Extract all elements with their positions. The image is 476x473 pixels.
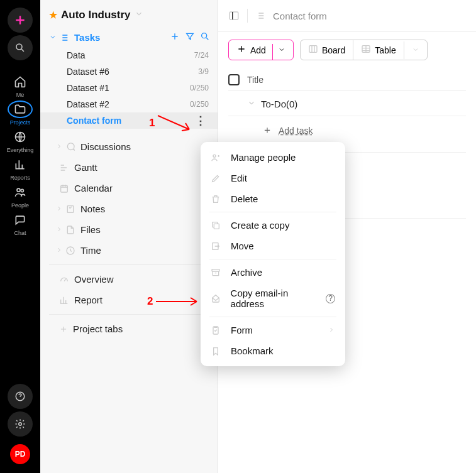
globe-icon (8, 128, 33, 146)
search-icon (8, 35, 33, 60)
chevron-down-icon[interactable] (278, 45, 285, 55)
add-list-icon[interactable] (170, 31, 180, 43)
chevron-down-icon (135, 9, 143, 21)
nav-reports[interactable]: Reports (8, 156, 33, 181)
breadcrumb[interactable]: Contact form (273, 11, 327, 21)
view-table-button[interactable]: Table (353, 40, 403, 60)
chevron-right-icon (54, 204, 64, 214)
svg-point-0 (16, 44, 22, 50)
list-item[interactable]: Dataset #20/250 (40, 96, 218, 112)
list-item[interactable]: Dataset #63/9 (40, 63, 218, 80)
svg-rect-14 (214, 224, 219, 229)
chevron-down-icon (412, 45, 419, 55)
calendar-icon (59, 183, 69, 193)
nav-calendar[interactable]: Calendar (40, 178, 218, 198)
column-title[interactable]: Title (247, 75, 263, 85)
nav-projects[interactable]: Projects (8, 101, 33, 126)
gantt-icon (59, 163, 69, 173)
chat-icon (8, 211, 33, 229)
search-button[interactable] (8, 35, 33, 60)
nav-overview[interactable]: Overview (40, 269, 218, 290)
menu-copy-email[interactable]: Copy email-in address ? (201, 283, 345, 314)
project-title[interactable]: ★ Auto Industry (40, 0, 218, 26)
home-icon (8, 73, 33, 90)
nav-gantt[interactable]: Gantt (40, 157, 218, 178)
files-icon (65, 225, 75, 235)
nav-discussions[interactable]: Discussions (40, 136, 218, 157)
view-more-button[interactable] (404, 41, 427, 59)
nav-files[interactable]: Files (40, 219, 218, 240)
clock-icon (65, 246, 75, 256)
svg-point-13 (213, 155, 216, 157)
chevron-right-icon (54, 224, 64, 235)
move-icon (211, 241, 222, 251)
avatar[interactable]: PD (10, 444, 30, 464)
svg-rect-11 (309, 46, 317, 53)
panel-icon[interactable] (228, 10, 240, 21)
menu-edit[interactable]: Edit (201, 168, 345, 188)
chevron-down-icon (247, 99, 256, 109)
edit-icon (211, 173, 222, 183)
nav-everything[interactable]: Everything (8, 128, 33, 153)
copy-icon (211, 220, 222, 231)
trash-icon (211, 194, 222, 204)
table-icon (361, 44, 371, 56)
more-icon[interactable]: ⋮ (192, 117, 209, 124)
svg-point-3 (21, 189, 23, 192)
nav-chat[interactable]: Chat (8, 211, 33, 236)
nav-report[interactable]: Report (40, 290, 218, 310)
menu-bookmark[interactable]: Bookmark (201, 340, 345, 361)
select-all-checkbox[interactable] (228, 74, 240, 85)
plus-icon (8, 8, 33, 33)
gauge-icon (59, 275, 69, 285)
group-header[interactable]: To-Do(0) (228, 91, 466, 116)
menu-create-copy[interactable]: Create a copy (201, 215, 345, 236)
menu-move[interactable]: Move (201, 236, 345, 256)
new-button[interactable] (8, 8, 33, 33)
list-icon (255, 11, 265, 21)
list-item[interactable]: Data7/24 (40, 47, 218, 63)
report-icon (59, 295, 69, 305)
menu-archive[interactable]: Archive (201, 262, 345, 283)
list-item[interactable]: Dataset #10/250 (40, 80, 218, 96)
context-menu: Manage people Edit Delete Create a copy … (201, 142, 345, 366)
svg-rect-16 (212, 269, 219, 271)
form-icon (211, 325, 222, 335)
view-board-button[interactable]: Board (301, 40, 353, 60)
chevron-right-icon (54, 245, 64, 256)
svg-rect-8 (67, 205, 73, 212)
star-icon[interactable]: ★ (49, 9, 57, 21)
menu-delete[interactable]: Delete (201, 188, 345, 209)
folder-icon (8, 101, 33, 118)
section-tasks[interactable]: Tasks (40, 28, 218, 47)
svg-point-2 (17, 188, 20, 192)
help-icon[interactable]: ? (326, 294, 335, 303)
add-button[interactable]: Add (228, 40, 294, 60)
gear-icon (8, 411, 33, 437)
project-tabs-button[interactable]: Project tabs (40, 318, 218, 339)
list-item-selected[interactable]: Contact form ⋮ (40, 112, 218, 129)
menu-manage-people[interactable]: Manage people (201, 147, 345, 168)
list-icon (59, 33, 69, 43)
help-button[interactable] (8, 384, 33, 409)
svg-rect-10 (230, 12, 238, 19)
plus-icon: ＋ (262, 124, 272, 137)
nav-time[interactable]: Time (40, 240, 218, 261)
bookmark-icon (211, 346, 222, 356)
people-icon (211, 153, 222, 163)
search-list-icon[interactable] (200, 31, 210, 43)
nav-me[interactable]: Me (8, 73, 33, 98)
plus-icon (236, 44, 246, 56)
chevron-down-icon (48, 32, 58, 43)
filter-icon[interactable] (185, 31, 195, 43)
chevron-right-icon (54, 141, 64, 152)
menu-form[interactable]: Form (201, 320, 345, 340)
notes-icon (65, 204, 75, 214)
svg-point-6 (202, 33, 207, 38)
nav-people[interactable]: People (8, 183, 33, 209)
discussion-icon (65, 142, 75, 152)
nav-notes[interactable]: Notes (40, 198, 218, 219)
settings-button[interactable] (8, 411, 33, 437)
svg-point-5 (19, 423, 22, 426)
chart-icon (8, 156, 33, 173)
